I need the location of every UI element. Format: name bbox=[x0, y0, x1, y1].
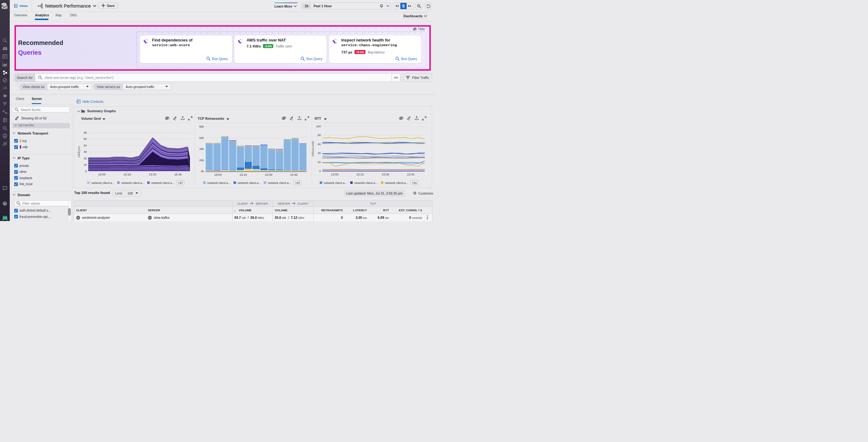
svg-text:0k: 0k bbox=[200, 170, 204, 173]
svg-text:network.client.a...: network.client.a... bbox=[207, 181, 230, 185]
svg-text:15:00: 15:00 bbox=[98, 172, 106, 176]
svg-text:80: 80 bbox=[84, 137, 87, 140]
svg-text:Milliseconds: Milliseconds bbox=[311, 141, 314, 157]
svg-text:15:15: 15:15 bbox=[240, 173, 247, 176]
svg-text:16: 16 bbox=[84, 163, 87, 166]
svg-text:64: 64 bbox=[84, 144, 87, 147]
svg-text:15:00: 15:00 bbox=[331, 172, 339, 176]
svg-text:15:45: 15:45 bbox=[290, 173, 298, 176]
svg-text:+97: +97 bbox=[178, 181, 183, 185]
svg-text:network.client.a...: network.client.a... bbox=[151, 181, 175, 185]
svg-text:network.client.a...: network.client.a... bbox=[354, 181, 378, 185]
svg-text:15:00: 15:00 bbox=[214, 173, 222, 176]
svg-text:60k: 60k bbox=[199, 136, 204, 139]
svg-text:60: 60 bbox=[318, 143, 321, 146]
svg-text:network.client.a...: network.client.a... bbox=[238, 181, 261, 185]
svg-text:32: 32 bbox=[84, 157, 87, 160]
svg-text:100: 100 bbox=[316, 125, 321, 128]
svg-text:15:15: 15:15 bbox=[356, 172, 364, 176]
svg-text:TCP Retransmits: TCP Retransmits bbox=[198, 117, 224, 120]
svg-text:15:30: 15:30 bbox=[265, 173, 272, 176]
svg-text:96: 96 bbox=[84, 131, 87, 134]
svg-text:network.client.a...: network.client.a... bbox=[385, 181, 408, 185]
svg-text:RTT: RTT bbox=[315, 117, 321, 120]
svg-text:15:45: 15:45 bbox=[174, 172, 182, 176]
svg-text:0: 0 bbox=[85, 170, 87, 173]
svg-text:Volume Sent: Volume Sent bbox=[81, 117, 101, 120]
svg-text:40k: 40k bbox=[199, 148, 204, 151]
svg-text:48: 48 bbox=[84, 150, 87, 153]
svg-text:0: 0 bbox=[319, 169, 321, 172]
svg-text:network.client.a...: network.client.a... bbox=[268, 181, 291, 185]
svg-text:network.client.a...: network.client.a... bbox=[121, 181, 145, 185]
svg-text:20k: 20k bbox=[199, 159, 204, 162]
svg-text:network.client.a...: network.client.a... bbox=[324, 181, 347, 185]
svg-text:15:30: 15:30 bbox=[149, 172, 156, 176]
svg-text:15:30: 15:30 bbox=[382, 172, 389, 176]
svg-text:80: 80 bbox=[318, 134, 321, 137]
svg-text:15:45: 15:45 bbox=[407, 172, 414, 176]
svg-text:80k: 80k bbox=[199, 125, 204, 128]
svg-text:20: 20 bbox=[318, 161, 321, 164]
svg-text:Gibibytes: Gibibytes bbox=[78, 146, 81, 158]
svg-text:network.client.a...: network.client.a... bbox=[91, 181, 115, 185]
svg-text:+51: +51 bbox=[412, 181, 417, 185]
svg-text:15:15: 15:15 bbox=[124, 172, 131, 176]
svg-text:+97: +97 bbox=[295, 181, 300, 185]
svg-text:40: 40 bbox=[318, 152, 321, 155]
